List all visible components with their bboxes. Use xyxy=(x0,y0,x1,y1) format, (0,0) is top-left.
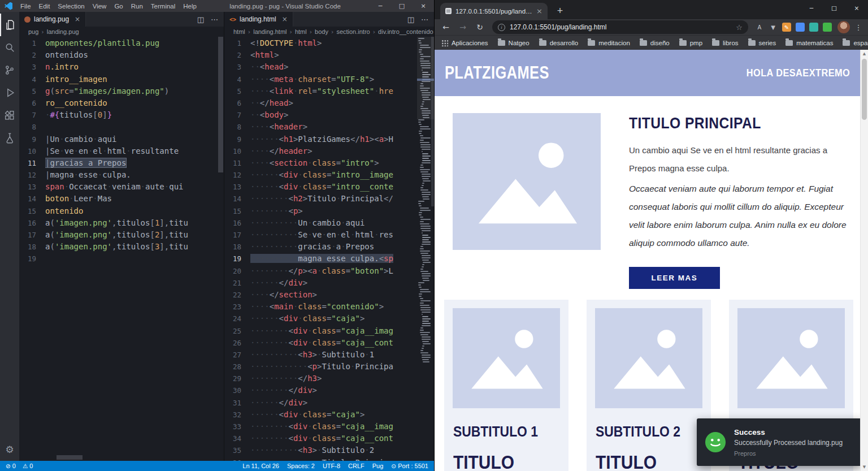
close-icon[interactable]: × xyxy=(845,0,868,16)
code-line[interactable]: 5g(src="images/imagen.png") xyxy=(19,85,224,97)
breadcrumb-item[interactable]: html xyxy=(233,28,245,35)
code-line[interactable]: 3··<head> xyxy=(224,61,417,73)
code-line[interactable]: 11····<section·class="intro"> xyxy=(224,157,417,169)
code-line[interactable]: 15ontenido xyxy=(19,205,224,217)
code-line[interactable]: 23····<main·class="contenido"> xyxy=(224,301,417,313)
code-line[interactable]: 13span·Occaecat·veniam·aute·qui xyxy=(19,181,224,193)
code-line[interactable]: 16··········Un·cambio·aqui xyxy=(224,217,417,229)
eol-setting[interactable]: CRLF xyxy=(348,463,364,469)
close-tab-icon[interactable]: × xyxy=(536,7,542,15)
code-line[interactable]: 15········<p> xyxy=(224,205,417,217)
settings-gear-icon[interactable]: ⚙ xyxy=(5,444,14,455)
code-line[interactable]: 10|Se·ve·en·el·html·resultante xyxy=(19,145,224,157)
bookmark-item[interactable]: series xyxy=(748,40,776,46)
code-line[interactable]: 17a('imagen.png',titulos[2],titu xyxy=(19,229,224,241)
code-line[interactable]: 4····<meta·charset="UTF-8"> xyxy=(224,74,417,85)
maximize-icon[interactable]: □ xyxy=(823,0,845,16)
green-extension-icon[interactable] xyxy=(823,23,832,32)
code-line[interactable]: 7··<body> xyxy=(224,109,417,121)
header-nav-link[interactable]: HOLA DESAEXTREMO xyxy=(747,67,850,79)
editor-scrollbar[interactable] xyxy=(431,37,434,206)
cursor-position[interactable]: Ln 11, Col 26 xyxy=(242,463,279,469)
problems-warnings[interactable]: ⚠0 xyxy=(23,463,33,469)
bookmark-item[interactable]: Aplicaciones xyxy=(441,40,488,46)
scroll-down-icon[interactable]: ▼ xyxy=(861,463,868,471)
code-line[interactable]: 29··········</h3> xyxy=(224,373,417,384)
breadcrumb-item[interactable]: landing.pug xyxy=(47,28,79,35)
code-line[interactable]: 2ontenidos xyxy=(19,49,224,61)
browser-tab[interactable]: 127.0.0.1:5501/pug/landing.html × xyxy=(440,3,548,19)
breadcrumb-item[interactable]: section.intro xyxy=(336,28,370,35)
code-line[interactable]: 28············<p>Titulo·Principa xyxy=(224,361,417,373)
code-line[interactable]: 30········</div> xyxy=(224,384,417,396)
code-line[interactable]: 21······</div> xyxy=(224,277,417,289)
minimize-icon[interactable]: ─ xyxy=(370,0,391,12)
maximize-icon[interactable]: □ xyxy=(391,0,413,12)
encoding-setting[interactable]: UTF-8 xyxy=(323,463,340,469)
new-tab-button[interactable]: + xyxy=(552,3,568,19)
code-line[interactable]: 1omponentes/plantilla.pug xyxy=(19,37,224,49)
code-line[interactable]: 36············<p>Titulo·Princi xyxy=(224,457,417,461)
pencil-extension-icon[interactable]: ✎ xyxy=(782,23,791,32)
extensions-icon[interactable] xyxy=(0,104,19,127)
language-mode[interactable]: Pug xyxy=(372,463,384,469)
bookmark-item[interactable]: pmp xyxy=(679,40,702,46)
code-line[interactable]: 2<html> xyxy=(224,49,417,61)
code-line[interactable]: 6··</head> xyxy=(224,97,417,109)
code-line[interactable]: 20········</p><a·class="boton">L xyxy=(224,265,417,277)
more-actions-icon[interactable]: ⋯ xyxy=(211,15,218,24)
search-icon[interactable] xyxy=(0,36,19,59)
code-line[interactable]: 27··········<h3>·Subtitulo·1 xyxy=(224,349,417,361)
code-line[interactable]: 12|magna·esse·culpa. xyxy=(19,169,224,181)
bookmark-item[interactable]: meditacion xyxy=(588,40,630,46)
code-line[interactable]: 16a('imagen.png',titulos[1],titu xyxy=(19,217,224,229)
bookmark-item[interactable]: libros xyxy=(712,40,738,46)
url-text[interactable]: 127.0.0.1:5501/pug/landing.html xyxy=(510,23,731,31)
problems-errors[interactable]: ⊘0 xyxy=(6,463,16,469)
code-line[interactable]: 19··········magna·esse·culpa.<sp xyxy=(224,253,417,265)
code-line[interactable]: 17··········Se·ve·en·el·html·res xyxy=(224,229,417,241)
code-line[interactable]: 3n.intro xyxy=(19,61,224,73)
profile-avatar[interactable] xyxy=(837,21,850,33)
menu-terminal[interactable]: Terminal xyxy=(147,3,179,10)
code-line[interactable]: 6ro__contenido xyxy=(19,97,224,109)
close-tab-icon[interactable]: × xyxy=(75,15,80,23)
code-line[interactable]: 14boton·Leer·Mas xyxy=(19,193,224,205)
run-debug-icon[interactable] xyxy=(0,81,19,104)
code-line[interactable]: 35··········<h3>·Subtitulo·2 xyxy=(224,444,417,456)
code-line[interactable]: 5····<link·rel="stylesheet"·hre xyxy=(224,85,417,97)
menu-selection[interactable]: Selection xyxy=(54,3,88,10)
menu-file[interactable]: File xyxy=(16,3,35,10)
scrollbar-thumb[interactable] xyxy=(862,59,867,120)
split-editor-icon[interactable]: ◫ xyxy=(197,15,204,24)
code-line[interactable]: 14········<h2>Titulo·Principal</ xyxy=(224,193,417,205)
breadcrumb-item[interactable]: div.intro__contenido xyxy=(378,28,433,35)
scroll-up-icon[interactable]: ▲ xyxy=(861,50,868,58)
menu-go[interactable]: Go xyxy=(110,3,127,10)
menu-help[interactable]: Help xyxy=(179,3,201,10)
code-line[interactable]: 18a('imagen.png',titulos[3],titu xyxy=(19,241,224,253)
code-line[interactable]: 25········<div·class="caja__imag xyxy=(224,325,417,337)
code-line[interactable]: 4intro__imagen xyxy=(19,74,224,85)
source-control-icon[interactable] xyxy=(0,59,19,81)
breadcrumb-item[interactable]: body xyxy=(315,28,328,35)
page-scrollbar[interactable]: ▲ ▼ xyxy=(860,50,868,471)
site-info-icon[interactable]: i xyxy=(498,24,505,31)
more-actions-icon[interactable]: ⋯ xyxy=(421,15,428,24)
leer-mas-button[interactable]: LEER MAS xyxy=(629,267,720,289)
menu-edit[interactable]: Edit xyxy=(35,3,54,10)
chrome-menu-icon[interactable]: ⋮ xyxy=(853,23,863,32)
code-line[interactable]: 18··········gracias·a·Prepos xyxy=(224,241,417,253)
code-line[interactable]: 22····</section> xyxy=(224,289,417,301)
code-line[interactable]: 32······<div·class="caja"> xyxy=(224,409,417,421)
back-icon[interactable]: ← xyxy=(439,23,453,32)
bookmark-item[interactable]: español xyxy=(843,40,868,46)
reload-icon[interactable]: ↻ xyxy=(473,23,487,32)
code-line[interactable]: 8····<header> xyxy=(224,121,417,133)
menu-view[interactable]: View xyxy=(89,3,111,10)
bookmark-item[interactable]: matematicas xyxy=(785,40,833,46)
address-bar[interactable]: i 127.0.0.1:5501/pug/landing.html ☆ xyxy=(492,20,748,34)
breadcrumb-item[interactable]: html xyxy=(295,28,307,35)
code-line[interactable]: 34········<div·class="caja__cont xyxy=(224,433,417,444)
translate-icon[interactable]: A xyxy=(755,23,764,32)
